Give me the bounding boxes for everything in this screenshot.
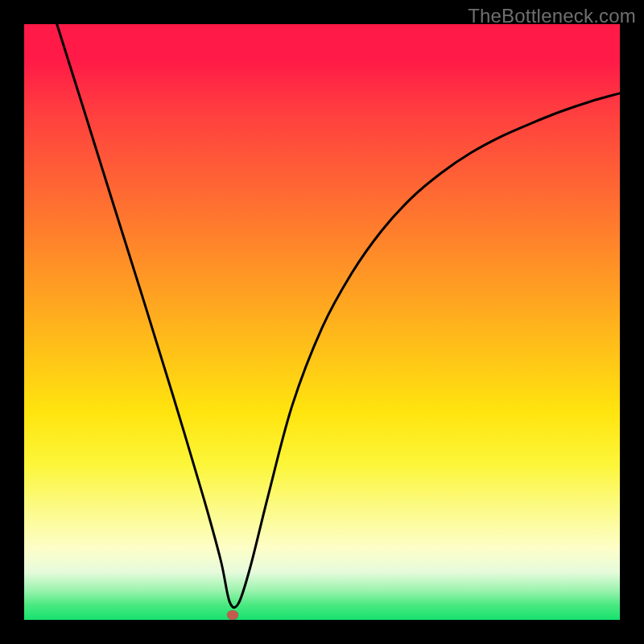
- chart-frame: TheBottleneck.com: [0, 0, 644, 644]
- plot-area: [24, 24, 620, 620]
- bottleneck-curve: [57, 24, 620, 608]
- curve-layer: [24, 24, 620, 620]
- optimal-point-marker: [227, 610, 238, 620]
